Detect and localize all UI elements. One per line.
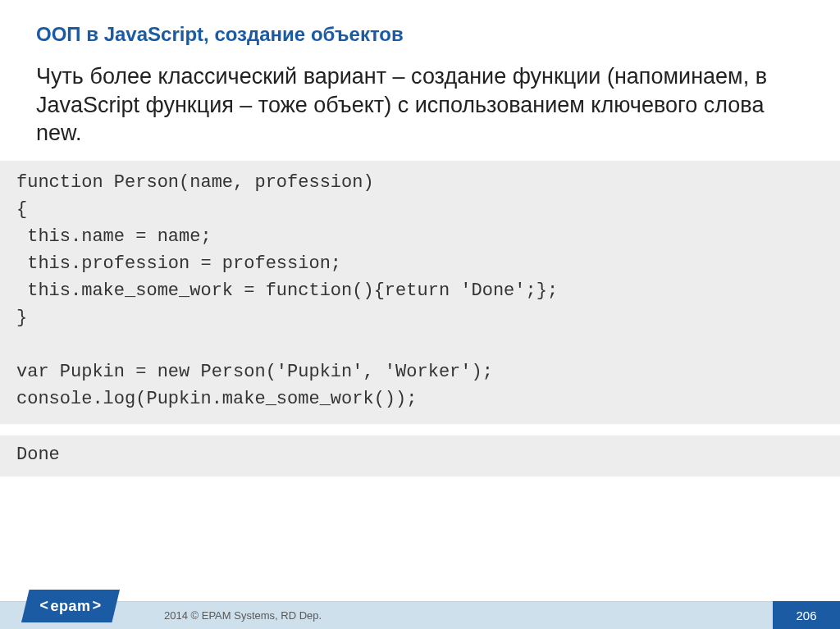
page-number: 206 — [796, 608, 816, 622]
slide-title: ООП в JavaScript, создание объектов — [36, 23, 804, 46]
page-number-box: 206 — [773, 601, 840, 629]
output-block: Done — [0, 435, 840, 476]
slide-container: ООП в JavaScript, создание объектов Чуть… — [0, 0, 840, 629]
epam-logo: epam — [21, 590, 120, 622]
slide-body: Чуть более классический вариант – создан… — [0, 52, 840, 476]
epam-logo-text: epam — [50, 598, 90, 615]
slide-header: ООП в JavaScript, создание объектов — [0, 0, 840, 52]
slide-paragraph: Чуть более классический вариант – создан… — [36, 62, 804, 148]
slide-footer: 2014 © EPAM Systems, RD Dep. 206 — [0, 601, 840, 629]
footer-copyright: 2014 © EPAM Systems, RD Dep. — [164, 609, 322, 622]
code-block: function Person(name, profession) { this… — [0, 161, 840, 424]
